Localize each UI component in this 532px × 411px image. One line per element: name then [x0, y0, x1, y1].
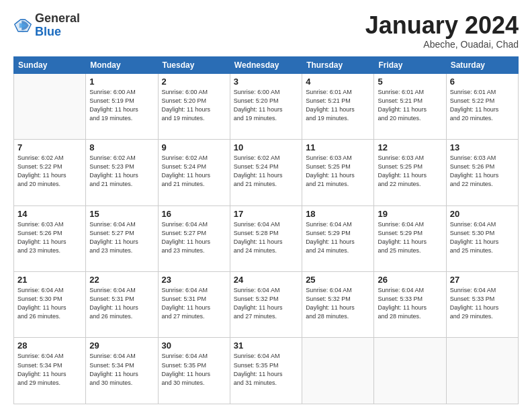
- calendar-cell: 25Sunrise: 6:04 AM Sunset: 5:32 PM Dayli…: [302, 272, 374, 338]
- day-info: Sunrise: 6:03 AM Sunset: 5:26 PM Dayligh…: [450, 154, 515, 189]
- calendar-cell: 1Sunrise: 6:00 AM Sunset: 5:19 PM Daylig…: [86, 73, 158, 139]
- day-number: 13: [450, 142, 515, 152]
- calendar-cell: 12Sunrise: 6:03 AM Sunset: 5:25 PM Dayli…: [374, 140, 446, 205]
- calendar-cell: [14, 73, 86, 139]
- day-number: 22: [89, 275, 154, 285]
- day-info: Sunrise: 6:03 AM Sunset: 5:25 PM Dayligh…: [378, 154, 442, 189]
- header: General Blue January 2024 Abeche, Ouadai…: [13, 12, 519, 50]
- weekday-header-thursday: Thursday: [302, 56, 374, 73]
- calendar-cell: 2Sunrise: 6:00 AM Sunset: 5:20 PM Daylig…: [158, 73, 230, 139]
- calendar-title: January 2024: [365, 12, 519, 39]
- calendar-cell: 6Sunrise: 6:01 AM Sunset: 5:22 PM Daylig…: [446, 73, 518, 139]
- weekday-header-row: SundayMondayTuesdayWednesdayThursdayFrid…: [14, 56, 519, 73]
- calendar-cell: [374, 338, 446, 404]
- calendar-cell: 5Sunrise: 6:01 AM Sunset: 5:21 PM Daylig…: [374, 73, 446, 139]
- day-info: Sunrise: 6:01 AM Sunset: 5:21 PM Dayligh…: [378, 88, 442, 123]
- day-number: 28: [17, 340, 82, 351]
- day-number: 15: [89, 209, 154, 219]
- calendar-cell: 9Sunrise: 6:02 AM Sunset: 5:24 PM Daylig…: [158, 140, 230, 205]
- day-info: Sunrise: 6:02 AM Sunset: 5:24 PM Dayligh…: [234, 154, 298, 189]
- day-info: Sunrise: 6:00 AM Sunset: 5:20 PM Dayligh…: [234, 88, 298, 123]
- day-info: Sunrise: 6:04 AM Sunset: 5:29 PM Dayligh…: [378, 220, 442, 255]
- calendar-cell: 11Sunrise: 6:03 AM Sunset: 5:25 PM Dayli…: [302, 140, 374, 205]
- day-info: Sunrise: 6:04 AM Sunset: 5:27 PM Dayligh…: [162, 220, 226, 255]
- day-number: 27: [450, 275, 515, 285]
- day-number: 16: [162, 209, 226, 219]
- day-info: Sunrise: 6:04 AM Sunset: 5:32 PM Dayligh…: [306, 286, 370, 321]
- day-number: 17: [234, 209, 298, 219]
- day-number: 10: [234, 142, 298, 152]
- day-info: Sunrise: 6:04 AM Sunset: 5:31 PM Dayligh…: [89, 286, 154, 321]
- day-number: 21: [17, 275, 82, 285]
- week-row-3: 14Sunrise: 6:03 AM Sunset: 5:26 PM Dayli…: [14, 205, 519, 271]
- calendar-cell: 8Sunrise: 6:02 AM Sunset: 5:23 PM Daylig…: [86, 140, 158, 205]
- day-info: Sunrise: 6:02 AM Sunset: 5:22 PM Dayligh…: [17, 154, 82, 189]
- day-info: Sunrise: 6:00 AM Sunset: 5:20 PM Dayligh…: [162, 88, 226, 123]
- calendar-cell: 28Sunrise: 6:04 AM Sunset: 5:34 PM Dayli…: [14, 338, 86, 404]
- day-info: Sunrise: 6:04 AM Sunset: 5:30 PM Dayligh…: [450, 220, 515, 255]
- day-number: 26: [378, 275, 442, 285]
- day-number: 20: [450, 209, 515, 219]
- day-number: 4: [306, 77, 370, 87]
- calendar-subtitle: Abeche, Ouadai, Chad: [365, 39, 519, 50]
- calendar-cell: 14Sunrise: 6:03 AM Sunset: 5:26 PM Dayli…: [14, 205, 86, 271]
- day-number: 18: [306, 209, 370, 219]
- day-info: Sunrise: 6:04 AM Sunset: 5:29 PM Dayligh…: [306, 220, 370, 255]
- day-info: Sunrise: 6:04 AM Sunset: 5:35 PM Dayligh…: [234, 352, 298, 387]
- day-number: 9: [162, 142, 226, 152]
- calendar-cell: 3Sunrise: 6:00 AM Sunset: 5:20 PM Daylig…: [230, 73, 302, 139]
- day-info: Sunrise: 6:04 AM Sunset: 5:33 PM Dayligh…: [450, 286, 515, 321]
- calendar-cell: [302, 338, 374, 404]
- day-info: Sunrise: 6:04 AM Sunset: 5:28 PM Dayligh…: [234, 220, 298, 255]
- day-info: Sunrise: 6:02 AM Sunset: 5:24 PM Dayligh…: [162, 154, 226, 189]
- calendar-cell: 23Sunrise: 6:04 AM Sunset: 5:31 PM Dayli…: [158, 272, 230, 338]
- weekday-header-friday: Friday: [374, 56, 446, 73]
- day-info: Sunrise: 6:04 AM Sunset: 5:33 PM Dayligh…: [378, 286, 442, 321]
- calendar-cell: 21Sunrise: 6:04 AM Sunset: 5:30 PM Dayli…: [14, 272, 86, 338]
- day-info: Sunrise: 6:04 AM Sunset: 5:27 PM Dayligh…: [89, 220, 154, 255]
- calendar-cell: 19Sunrise: 6:04 AM Sunset: 5:29 PM Dayli…: [374, 205, 446, 271]
- day-info: Sunrise: 6:04 AM Sunset: 5:34 PM Dayligh…: [89, 352, 154, 387]
- day-info: Sunrise: 6:04 AM Sunset: 5:35 PM Dayligh…: [162, 352, 226, 387]
- calendar-body: 1Sunrise: 6:00 AM Sunset: 5:19 PM Daylig…: [14, 73, 519, 404]
- day-number: 31: [234, 340, 298, 351]
- day-info: Sunrise: 6:03 AM Sunset: 5:26 PM Dayligh…: [17, 220, 82, 255]
- day-number: 7: [17, 142, 82, 152]
- calendar-table: SundayMondayTuesdayWednesdayThursdayFrid…: [13, 56, 519, 404]
- calendar-page: General Blue January 2024 Abeche, Ouadai…: [0, 0, 532, 411]
- calendar-cell: 24Sunrise: 6:04 AM Sunset: 5:32 PM Dayli…: [230, 272, 302, 338]
- week-row-2: 7Sunrise: 6:02 AM Sunset: 5:22 PM Daylig…: [14, 140, 519, 205]
- day-number: 6: [450, 77, 515, 87]
- day-number: 25: [306, 275, 370, 285]
- day-info: Sunrise: 6:01 AM Sunset: 5:22 PM Dayligh…: [450, 88, 515, 123]
- weekday-header-tuesday: Tuesday: [158, 56, 230, 73]
- calendar-cell: [446, 338, 518, 404]
- week-row-1: 1Sunrise: 6:00 AM Sunset: 5:19 PM Daylig…: [14, 73, 519, 139]
- day-info: Sunrise: 6:00 AM Sunset: 5:19 PM Dayligh…: [89, 88, 154, 123]
- day-info: Sunrise: 6:04 AM Sunset: 5:30 PM Dayligh…: [17, 286, 82, 321]
- calendar-cell: 13Sunrise: 6:03 AM Sunset: 5:26 PM Dayli…: [446, 140, 518, 205]
- calendar-cell: 10Sunrise: 6:02 AM Sunset: 5:24 PM Dayli…: [230, 140, 302, 205]
- calendar-cell: 30Sunrise: 6:04 AM Sunset: 5:35 PM Dayli…: [158, 338, 230, 404]
- day-number: 3: [234, 77, 298, 87]
- day-number: 8: [89, 142, 154, 152]
- logo-icon: [13, 16, 32, 35]
- calendar-cell: 22Sunrise: 6:04 AM Sunset: 5:31 PM Dayli…: [86, 272, 158, 338]
- weekday-header-monday: Monday: [86, 56, 158, 73]
- logo-text: General Blue: [35, 12, 80, 39]
- day-info: Sunrise: 6:02 AM Sunset: 5:23 PM Dayligh…: [89, 154, 154, 189]
- day-number: 1: [89, 77, 154, 87]
- calendar-cell: 16Sunrise: 6:04 AM Sunset: 5:27 PM Dayli…: [158, 205, 230, 271]
- day-number: 14: [17, 209, 82, 219]
- day-number: 23: [162, 275, 226, 285]
- calendar-cell: 17Sunrise: 6:04 AM Sunset: 5:28 PM Dayli…: [230, 205, 302, 271]
- calendar-cell: 27Sunrise: 6:04 AM Sunset: 5:33 PM Dayli…: [446, 272, 518, 338]
- calendar-cell: 29Sunrise: 6:04 AM Sunset: 5:34 PM Dayli…: [86, 338, 158, 404]
- calendar-cell: 20Sunrise: 6:04 AM Sunset: 5:30 PM Dayli…: [446, 205, 518, 271]
- day-number: 2: [162, 77, 226, 87]
- logo-general: General: [35, 11, 80, 25]
- day-info: Sunrise: 6:01 AM Sunset: 5:21 PM Dayligh…: [306, 88, 370, 123]
- calendar-cell: 31Sunrise: 6:04 AM Sunset: 5:35 PM Dayli…: [230, 338, 302, 404]
- weekday-header-saturday: Saturday: [446, 56, 518, 73]
- day-number: 11: [306, 142, 370, 152]
